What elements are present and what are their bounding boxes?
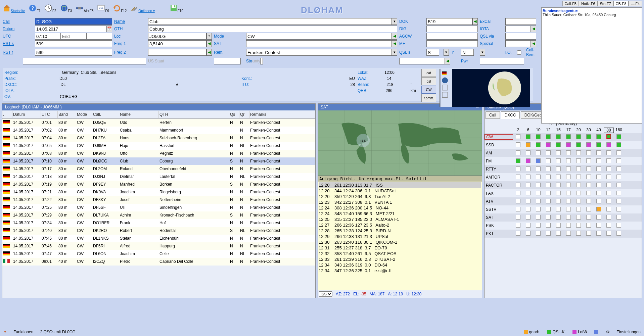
stat-cell[interactable] bbox=[566, 183, 571, 187]
stat-cell[interactable] bbox=[526, 142, 531, 147]
log-row[interactable]: 14.05.201707:4680 mCWDF6RIAlfredHappurgN… bbox=[2, 242, 315, 250]
log-row[interactable]: 14.05.201707:4780 mCWDL6ONJoachimCelleNN… bbox=[2, 250, 315, 258]
stat-cell[interactable] bbox=[536, 223, 541, 228]
loc-btn[interactable]: ± bbox=[206, 33, 212, 40]
log-col-.[interactable]: . bbox=[2, 111, 12, 118]
stat-cell[interactable] bbox=[576, 183, 581, 187]
side-btn-komm.[interactable]: Komm. bbox=[421, 94, 436, 102]
rem-dropdown[interactable]: ▾ bbox=[392, 49, 397, 56]
sat-row[interactable]: 12:34 343 12:36 319 0,0 DO-64 bbox=[319, 262, 481, 268]
stat-cell[interactable] bbox=[596, 215, 601, 220]
stat-cell[interactable] bbox=[566, 134, 571, 139]
menu-f3[interactable]: F3 bbox=[59, 4, 74, 13]
stat-cell[interactable] bbox=[516, 207, 520, 211]
stat-cell[interactable] bbox=[596, 191, 601, 195]
stat-cell[interactable] bbox=[586, 134, 591, 139]
stat-cell[interactable] bbox=[546, 231, 551, 236]
log-col-QTH[interactable]: QTH bbox=[159, 111, 229, 118]
sat-select[interactable]: ISS bbox=[319, 291, 332, 297]
stat-cell[interactable] bbox=[606, 223, 611, 228]
stat-cell[interactable] bbox=[576, 134, 581, 139]
qsls-dropdown[interactable]: ▾ bbox=[444, 49, 449, 56]
stat-cell[interactable] bbox=[576, 223, 581, 228]
stat-cell[interactable] bbox=[516, 191, 520, 195]
stat-cell[interactable] bbox=[536, 199, 541, 203]
stat-cell[interactable] bbox=[526, 199, 531, 203]
log-col-Mode[interactable]: Mode bbox=[76, 111, 92, 118]
stat-cell[interactable] bbox=[616, 231, 621, 236]
log-row[interactable]: 14.05.201707:0280 mCWDH7KUCsabaMammendor… bbox=[2, 127, 315, 134]
spezial-input[interactable] bbox=[505, 40, 531, 47]
stat-cell[interactable] bbox=[556, 231, 561, 236]
sat-row[interactable]: 12:27 266 12:36 127 23,5 Aalto-2 bbox=[319, 222, 481, 228]
stat-cell[interactable] bbox=[546, 191, 551, 195]
stat-cell[interactable] bbox=[586, 207, 591, 211]
qslr-dropdown[interactable]: ▾ bbox=[480, 49, 485, 56]
stat-cell[interactable] bbox=[596, 166, 601, 171]
stat-cell[interactable] bbox=[606, 150, 611, 155]
stat-cell[interactable] bbox=[526, 223, 531, 228]
name-dropdown[interactable]: ▾ bbox=[392, 18, 397, 25]
spezial-dropdown[interactable]: ◀ bbox=[531, 40, 536, 47]
stat-cell[interactable] bbox=[566, 199, 571, 203]
sat-row[interactable]: 12:32 358 12:40 261 9,5 QSAT-EOS bbox=[319, 251, 481, 256]
stat-cell[interactable] bbox=[516, 199, 520, 203]
iota-input2[interactable] bbox=[505, 26, 531, 32]
stat-mode-PSK[interactable]: PSK bbox=[485, 223, 513, 228]
io-checkbox[interactable] bbox=[514, 50, 524, 55]
stat-cell[interactable] bbox=[616, 215, 621, 220]
stat-cell[interactable] bbox=[616, 223, 621, 228]
stat-cell[interactable] bbox=[556, 158, 561, 163]
log-col-Datum[interactable]: Datum bbox=[12, 111, 41, 118]
log-row[interactable]: 14.05.201707:0880 mCWDK9NJOttoPegnitzNNF… bbox=[2, 150, 315, 157]
rsts-label[interactable]: RST s bbox=[3, 41, 33, 46]
dig-input[interactable] bbox=[426, 26, 478, 32]
stat-cell[interactable] bbox=[596, 207, 601, 211]
log-row[interactable]: 14.05.201707:1780 mCWDL2OMRolandOberhonn… bbox=[2, 165, 315, 173]
menu-f1[interactable]: ?F1 bbox=[27, 4, 42, 13]
stat-cell[interactable] bbox=[556, 166, 561, 171]
stat-cell[interactable] bbox=[556, 142, 561, 147]
sat-row[interactable]: 12:29 266 12:38 131 21,3 UPSat bbox=[319, 234, 481, 239]
stat-cell[interactable] bbox=[566, 142, 571, 147]
stat-cell[interactable] bbox=[566, 175, 571, 179]
stat-cell[interactable] bbox=[616, 183, 621, 187]
utc-extra[interactable] bbox=[86, 33, 112, 40]
stat-cell[interactable] bbox=[536, 142, 541, 147]
stat-cell[interactable] bbox=[586, 223, 591, 228]
stat-cell[interactable] bbox=[576, 207, 581, 211]
stat-cell[interactable] bbox=[606, 231, 611, 236]
stat-cell[interactable] bbox=[606, 142, 611, 147]
agcw-input[interactable] bbox=[426, 33, 478, 40]
stat-cell[interactable] bbox=[536, 207, 541, 211]
stat-cell[interactable] bbox=[566, 207, 571, 211]
top-tab-2[interactable]: Stn-F7 bbox=[598, 1, 613, 6]
dok-input[interactable] bbox=[426, 18, 472, 25]
freq2-dropdown[interactable]: ◀ bbox=[206, 49, 212, 56]
stat-cell[interactable] bbox=[606, 166, 611, 171]
stat-cell[interactable] bbox=[526, 183, 531, 187]
menu-startseite[interactable]: Startseite bbox=[1, 4, 26, 13]
top-tab-1[interactable]: Notiz-F6 bbox=[579, 1, 598, 6]
call-input[interactable] bbox=[35, 18, 112, 25]
sat-row[interactable]: 12:33 261 12:39 316 2,8 DTUSAT-2 bbox=[319, 256, 481, 262]
menu-f12[interactable]: F12 bbox=[111, 4, 128, 13]
stat-cell[interactable] bbox=[546, 207, 551, 211]
dok-dropdown[interactable]: ◀ bbox=[472, 18, 478, 25]
freq1-input[interactable] bbox=[148, 40, 206, 47]
stat-cell[interactable] bbox=[586, 175, 591, 179]
sat-row[interactable]: 12:23 342 12:27 308 0,1 VENTA 1 bbox=[319, 199, 481, 205]
stat-cell[interactable] bbox=[606, 207, 611, 211]
stat-cell[interactable] bbox=[576, 215, 581, 220]
name-input[interactable] bbox=[148, 18, 392, 25]
top-tab-4[interactable]: ...-F4 bbox=[629, 1, 642, 6]
log-row[interactable]: 14.05.201708:0140 mCWI2CZQPietroCapriano… bbox=[2, 258, 315, 266]
stat-cell[interactable] bbox=[586, 142, 591, 147]
sat-row[interactable]: 12:30 263 12:40 116 30,1 QIKCOM-1 bbox=[319, 239, 481, 245]
stat-cell[interactable] bbox=[516, 215, 520, 220]
stat-cell[interactable] bbox=[596, 175, 601, 179]
log-row[interactable]: 14.05.201707:2180 mCWDK9VAJoachimRiegels… bbox=[2, 188, 315, 196]
stat-cell[interactable] bbox=[606, 175, 611, 179]
dxcc-btn[interactable]: ± bbox=[176, 82, 178, 87]
stat-cell[interactable] bbox=[546, 223, 551, 228]
